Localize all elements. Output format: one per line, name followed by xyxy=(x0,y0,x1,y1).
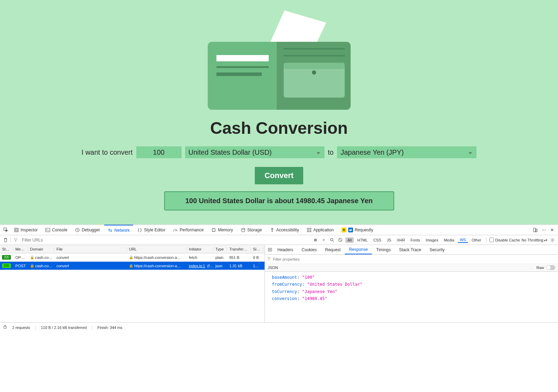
details-tab-timings[interactable]: Timings xyxy=(372,245,395,254)
th-domain[interactable]: Domain xyxy=(28,247,54,251)
tab-memory[interactable]: Memory xyxy=(208,225,236,235)
lock-icon: 🔒 xyxy=(30,255,34,259)
svg-rect-23 xyxy=(534,228,536,232)
details-panel: Headers Cookies Request Response Timings… xyxy=(265,245,558,322)
footer-finish: Finish: 344 ms xyxy=(98,325,123,330)
details-tab-request[interactable]: Request xyxy=(321,245,345,254)
tab-application[interactable]: Application xyxy=(303,225,337,235)
chip-all[interactable]: All xyxy=(345,237,354,243)
footer-requests: 2 requests xyxy=(12,325,30,330)
responsive-mode-icon[interactable] xyxy=(532,226,539,234)
json-section-header[interactable]: JSON Raw xyxy=(265,264,558,272)
network-footer: 2 requests | 110 B / 2.16 kB transferred… xyxy=(0,322,558,332)
th-status[interactable]: Stat… xyxy=(0,247,13,251)
details-tab-security[interactable]: Security xyxy=(425,245,449,254)
tab-debugger[interactable]: Debugger xyxy=(71,225,104,235)
chip-images[interactable]: Images xyxy=(423,237,440,243)
console-icon xyxy=(45,228,50,232)
tab-inspector[interactable]: Inspector xyxy=(10,225,41,235)
details-tab-stack-trace[interactable]: Stack Trace xyxy=(395,245,425,254)
svg-point-11 xyxy=(312,70,316,75)
convert-label: I want to convert xyxy=(82,148,133,156)
table-row[interactable]: 200 POST 🔒cash-co… convert 🔒https://cash… xyxy=(0,262,265,270)
svg-rect-21 xyxy=(307,230,309,232)
pause-icon[interactable] xyxy=(312,237,319,244)
svg-rect-14 xyxy=(15,229,17,231)
json-body: baseAmount: "100" fromCurrency: "United … xyxy=(265,272,558,305)
svg-rect-16 xyxy=(212,229,215,231)
convert-button[interactable]: Convert xyxy=(255,167,303,184)
filter-properties-input[interactable] xyxy=(273,257,556,261)
conversion-form: I want to convert United States Dollar (… xyxy=(0,146,558,158)
svg-rect-22 xyxy=(310,230,311,232)
chip-js[interactable]: JS xyxy=(385,237,393,243)
svg-point-17 xyxy=(242,228,245,229)
chip-xhr[interactable]: XHR xyxy=(395,237,407,243)
chip-html[interactable]: HTML xyxy=(355,237,370,243)
plus-icon[interactable]: + xyxy=(320,237,327,244)
gear-icon[interactable] xyxy=(549,237,556,244)
svg-rect-7 xyxy=(284,48,345,49)
debugger-icon xyxy=(75,228,80,232)
perf-icon[interactable] xyxy=(3,325,7,330)
th-url[interactable]: URL xyxy=(127,247,187,251)
tab-performance[interactable]: Performance xyxy=(169,225,207,235)
svg-rect-19 xyxy=(307,228,309,229)
close-icon[interactable]: ✕ xyxy=(548,226,556,234)
svg-rect-25 xyxy=(314,239,315,241)
tab-style-editor[interactable]: Style Editor xyxy=(134,225,169,235)
svg-rect-8 xyxy=(284,55,345,56)
chip-ws[interactable]: WS xyxy=(458,237,468,243)
from-currency-select[interactable]: United States Dollar (USD) xyxy=(185,146,324,158)
filter-urls-input[interactable] xyxy=(21,237,62,243)
initiator-link[interactable]: index.js:1 xyxy=(189,264,205,268)
more-icon[interactable]: ⋯ xyxy=(540,226,548,234)
wallet-icon xyxy=(208,10,351,112)
svg-rect-20 xyxy=(310,228,311,229)
svg-point-27 xyxy=(331,238,333,241)
back-icon[interactable] xyxy=(266,246,273,253)
devtools-panel: Inspector Console Debugger Network Style… xyxy=(0,224,558,332)
storage-icon xyxy=(241,228,246,232)
th-transferred[interactable]: Transferred xyxy=(227,247,251,251)
th-size[interactable]: Si… xyxy=(251,247,263,251)
chip-other[interactable]: Other xyxy=(469,237,483,243)
th-type[interactable]: Type xyxy=(213,247,227,251)
throttling-select[interactable]: No Throttling ▴▾ xyxy=(521,238,548,242)
tab-requestly[interactable]: R⇄Requestly xyxy=(338,225,377,235)
disable-cache-checkbox[interactable]: Disable Cache xyxy=(489,238,520,242)
raw-toggle[interactable] xyxy=(546,265,555,270)
block-icon[interactable] xyxy=(337,237,344,244)
svg-rect-10 xyxy=(284,63,345,69)
chip-css[interactable]: CSS xyxy=(371,237,383,243)
app-page: Cash Conversion I want to convert United… xyxy=(0,0,558,224)
tab-console[interactable]: Console xyxy=(42,225,71,235)
th-method[interactable]: Me… xyxy=(13,247,28,251)
chip-fonts[interactable]: Fonts xyxy=(408,237,422,243)
amount-input[interactable] xyxy=(136,146,182,158)
table-row[interactable]: 200 OP… 🔒cash-co… convert 🔒https://cash-… xyxy=(0,253,265,262)
search-icon[interactable] xyxy=(329,237,336,244)
tab-accessibility[interactable]: Accessibility xyxy=(266,225,303,235)
tab-network[interactable]: Network xyxy=(104,225,133,235)
details-tab-response[interactable]: Response xyxy=(345,245,372,254)
trash-icon[interactable] xyxy=(2,237,9,244)
requestly-ext-icon2: ⇄ xyxy=(348,228,353,232)
details-tab-headers[interactable]: Headers xyxy=(273,245,297,254)
svg-rect-5 xyxy=(216,66,269,68)
svg-rect-6 xyxy=(216,72,262,76)
inspector-icon xyxy=(14,228,19,232)
app-title: Cash Conversion xyxy=(0,118,558,138)
th-initiator[interactable]: Initiator xyxy=(187,247,213,251)
tab-storage[interactable]: Storage xyxy=(237,225,266,235)
th-file[interactable]: File xyxy=(54,247,127,251)
memory-icon xyxy=(211,228,216,232)
network-toolbar: + All HTML CSS JS XHR Fonts Images Media… xyxy=(0,235,558,245)
filter-icon[interactable] xyxy=(12,237,19,244)
chip-media[interactable]: Media xyxy=(442,237,456,243)
inspect-element-icon[interactable] xyxy=(2,226,10,234)
network-icon xyxy=(108,228,113,233)
details-tab-cookies[interactable]: Cookies xyxy=(297,245,321,254)
application-icon xyxy=(307,228,312,232)
to-currency-select[interactable]: Japanese Yen (JPY) xyxy=(337,146,476,158)
